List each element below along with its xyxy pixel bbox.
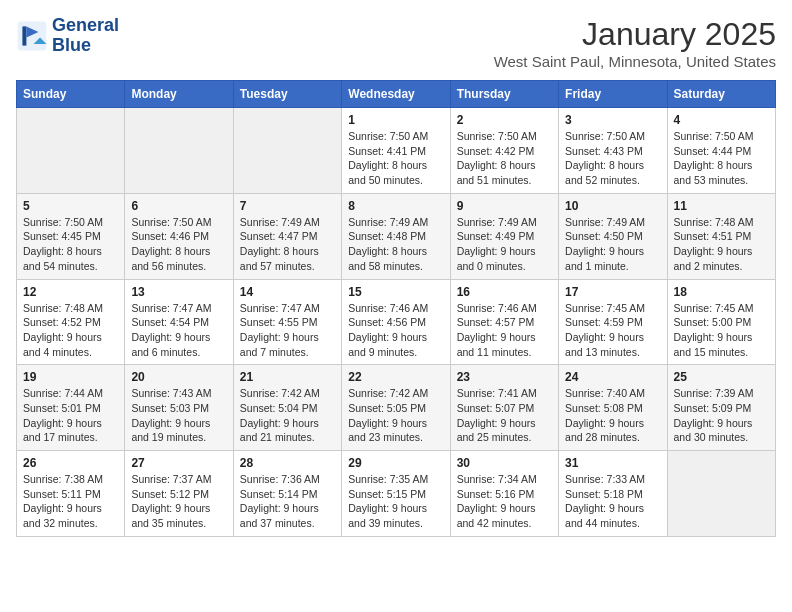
calendar-week-row: 26Sunrise: 7:38 AM Sunset: 5:11 PM Dayli… [17,451,776,537]
calendar-cell: 5Sunrise: 7:50 AM Sunset: 4:45 PM Daylig… [17,193,125,279]
day-info: Sunrise: 7:34 AM Sunset: 5:16 PM Dayligh… [457,472,552,531]
day-number: 22 [348,370,443,384]
calendar-cell [667,451,775,537]
calendar-week-row: 5Sunrise: 7:50 AM Sunset: 4:45 PM Daylig… [17,193,776,279]
day-info: Sunrise: 7:50 AM Sunset: 4:44 PM Dayligh… [674,129,769,188]
day-info: Sunrise: 7:50 AM Sunset: 4:43 PM Dayligh… [565,129,660,188]
day-info: Sunrise: 7:50 AM Sunset: 4:42 PM Dayligh… [457,129,552,188]
day-number: 20 [131,370,226,384]
calendar-header-row: SundayMondayTuesdayWednesdayThursdayFrid… [17,81,776,108]
day-info: Sunrise: 7:47 AM Sunset: 4:54 PM Dayligh… [131,301,226,360]
title-block: January 2025 West Saint Paul, Minnesota,… [494,16,776,70]
calendar-cell: 14Sunrise: 7:47 AM Sunset: 4:55 PM Dayli… [233,279,341,365]
day-number: 9 [457,199,552,213]
day-number: 3 [565,113,660,127]
calendar-cell: 19Sunrise: 7:44 AM Sunset: 5:01 PM Dayli… [17,365,125,451]
day-number: 16 [457,285,552,299]
day-info: Sunrise: 7:44 AM Sunset: 5:01 PM Dayligh… [23,386,118,445]
day-info: Sunrise: 7:49 AM Sunset: 4:50 PM Dayligh… [565,215,660,274]
calendar-table: SundayMondayTuesdayWednesdayThursdayFrid… [16,80,776,537]
calendar-cell: 13Sunrise: 7:47 AM Sunset: 4:54 PM Dayli… [125,279,233,365]
day-info: Sunrise: 7:45 AM Sunset: 5:00 PM Dayligh… [674,301,769,360]
calendar-cell: 31Sunrise: 7:33 AM Sunset: 5:18 PM Dayli… [559,451,667,537]
day-number: 25 [674,370,769,384]
day-info: Sunrise: 7:48 AM Sunset: 4:52 PM Dayligh… [23,301,118,360]
day-number: 31 [565,456,660,470]
day-number: 27 [131,456,226,470]
calendar-cell: 2Sunrise: 7:50 AM Sunset: 4:42 PM Daylig… [450,108,558,194]
day-number: 15 [348,285,443,299]
day-info: Sunrise: 7:49 AM Sunset: 4:48 PM Dayligh… [348,215,443,274]
day-of-week-header: Monday [125,81,233,108]
calendar-cell [125,108,233,194]
day-info: Sunrise: 7:38 AM Sunset: 5:11 PM Dayligh… [23,472,118,531]
day-info: Sunrise: 7:37 AM Sunset: 5:12 PM Dayligh… [131,472,226,531]
day-info: Sunrise: 7:36 AM Sunset: 5:14 PM Dayligh… [240,472,335,531]
day-info: Sunrise: 7:33 AM Sunset: 5:18 PM Dayligh… [565,472,660,531]
day-number: 13 [131,285,226,299]
calendar-cell: 7Sunrise: 7:49 AM Sunset: 4:47 PM Daylig… [233,193,341,279]
calendar-week-row: 12Sunrise: 7:48 AM Sunset: 4:52 PM Dayli… [17,279,776,365]
calendar-cell: 6Sunrise: 7:50 AM Sunset: 4:46 PM Daylig… [125,193,233,279]
day-info: Sunrise: 7:50 AM Sunset: 4:41 PM Dayligh… [348,129,443,188]
day-info: Sunrise: 7:45 AM Sunset: 4:59 PM Dayligh… [565,301,660,360]
day-number: 8 [348,199,443,213]
day-number: 11 [674,199,769,213]
day-number: 7 [240,199,335,213]
calendar-cell: 11Sunrise: 7:48 AM Sunset: 4:51 PM Dayli… [667,193,775,279]
day-number: 5 [23,199,118,213]
calendar-cell: 24Sunrise: 7:40 AM Sunset: 5:08 PM Dayli… [559,365,667,451]
day-number: 28 [240,456,335,470]
calendar-cell: 20Sunrise: 7:43 AM Sunset: 5:03 PM Dayli… [125,365,233,451]
day-number: 2 [457,113,552,127]
day-info: Sunrise: 7:42 AM Sunset: 5:04 PM Dayligh… [240,386,335,445]
logo: General Blue [16,16,119,56]
calendar-week-row: 1Sunrise: 7:50 AM Sunset: 4:41 PM Daylig… [17,108,776,194]
day-info: Sunrise: 7:48 AM Sunset: 4:51 PM Dayligh… [674,215,769,274]
calendar-cell: 9Sunrise: 7:49 AM Sunset: 4:49 PM Daylig… [450,193,558,279]
logo-icon [16,20,48,52]
calendar-cell: 30Sunrise: 7:34 AM Sunset: 5:16 PM Dayli… [450,451,558,537]
calendar-cell: 8Sunrise: 7:49 AM Sunset: 4:48 PM Daylig… [342,193,450,279]
calendar-cell: 27Sunrise: 7:37 AM Sunset: 5:12 PM Dayli… [125,451,233,537]
calendar-cell: 10Sunrise: 7:49 AM Sunset: 4:50 PM Dayli… [559,193,667,279]
calendar-cell: 17Sunrise: 7:45 AM Sunset: 4:59 PM Dayli… [559,279,667,365]
day-info: Sunrise: 7:49 AM Sunset: 4:49 PM Dayligh… [457,215,552,274]
day-of-week-header: Saturday [667,81,775,108]
calendar-cell: 16Sunrise: 7:46 AM Sunset: 4:57 PM Dayli… [450,279,558,365]
calendar-cell: 12Sunrise: 7:48 AM Sunset: 4:52 PM Dayli… [17,279,125,365]
calendar-cell: 25Sunrise: 7:39 AM Sunset: 5:09 PM Dayli… [667,365,775,451]
calendar-cell: 4Sunrise: 7:50 AM Sunset: 4:44 PM Daylig… [667,108,775,194]
day-info: Sunrise: 7:50 AM Sunset: 4:45 PM Dayligh… [23,215,118,274]
day-info: Sunrise: 7:35 AM Sunset: 5:15 PM Dayligh… [348,472,443,531]
day-number: 30 [457,456,552,470]
day-number: 19 [23,370,118,384]
day-number: 24 [565,370,660,384]
calendar-week-row: 19Sunrise: 7:44 AM Sunset: 5:01 PM Dayli… [17,365,776,451]
day-number: 14 [240,285,335,299]
day-info: Sunrise: 7:47 AM Sunset: 4:55 PM Dayligh… [240,301,335,360]
day-info: Sunrise: 7:43 AM Sunset: 5:03 PM Dayligh… [131,386,226,445]
day-info: Sunrise: 7:50 AM Sunset: 4:46 PM Dayligh… [131,215,226,274]
calendar-cell: 15Sunrise: 7:46 AM Sunset: 4:56 PM Dayli… [342,279,450,365]
day-info: Sunrise: 7:46 AM Sunset: 4:57 PM Dayligh… [457,301,552,360]
day-number: 21 [240,370,335,384]
logo-text: General Blue [52,16,119,56]
day-number: 18 [674,285,769,299]
day-info: Sunrise: 7:41 AM Sunset: 5:07 PM Dayligh… [457,386,552,445]
day-info: Sunrise: 7:46 AM Sunset: 4:56 PM Dayligh… [348,301,443,360]
day-of-week-header: Thursday [450,81,558,108]
day-of-week-header: Wednesday [342,81,450,108]
calendar-cell: 1Sunrise: 7:50 AM Sunset: 4:41 PM Daylig… [342,108,450,194]
day-number: 17 [565,285,660,299]
calendar-cell: 28Sunrise: 7:36 AM Sunset: 5:14 PM Dayli… [233,451,341,537]
day-info: Sunrise: 7:39 AM Sunset: 5:09 PM Dayligh… [674,386,769,445]
calendar-cell [17,108,125,194]
svg-rect-0 [18,21,47,50]
page-header: General Blue January 2025 West Saint Pau… [16,16,776,70]
calendar-cell: 3Sunrise: 7:50 AM Sunset: 4:43 PM Daylig… [559,108,667,194]
day-number: 29 [348,456,443,470]
calendar-cell: 23Sunrise: 7:41 AM Sunset: 5:07 PM Dayli… [450,365,558,451]
day-info: Sunrise: 7:49 AM Sunset: 4:47 PM Dayligh… [240,215,335,274]
calendar-cell: 26Sunrise: 7:38 AM Sunset: 5:11 PM Dayli… [17,451,125,537]
